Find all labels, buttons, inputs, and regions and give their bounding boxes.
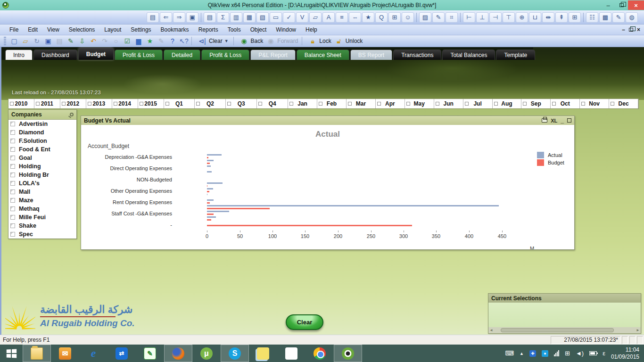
chart-bars[interactable] bbox=[207, 222, 518, 228]
budget-bar[interactable] bbox=[207, 185, 207, 187]
add-sheet-icon[interactable]: ▤ bbox=[147, 12, 159, 23]
companies-listbox-header[interactable]: Companies bbox=[8, 110, 76, 120]
selection-flag-icon[interactable] bbox=[10, 223, 15, 228]
current-selections-icon[interactable]: ☑ bbox=[122, 36, 132, 46]
unlock-icon[interactable]: 🔓︎ bbox=[334, 36, 344, 46]
chart-bars[interactable] bbox=[207, 205, 518, 211]
menu-file[interactable]: File bbox=[5, 25, 23, 34]
selection-flag-icon[interactable] bbox=[10, 147, 15, 152]
filter-quarter-q3[interactable]: Q3 bbox=[226, 99, 257, 108]
checkbox-mar[interactable] bbox=[348, 102, 352, 106]
touch-keyboard-icon[interactable]: ⌨ bbox=[505, 350, 514, 357]
filter-month-dec[interactable]: Dec bbox=[609, 99, 638, 108]
webview-icon[interactable]: ◍ bbox=[626, 12, 638, 23]
filter-month-jan[interactable]: Jan bbox=[288, 99, 317, 108]
chart-bars[interactable] bbox=[207, 211, 518, 216]
taskbar-app-grid[interactable] bbox=[277, 345, 305, 362]
filter-month-sep[interactable]: Sep bbox=[521, 99, 551, 108]
company-item-shake[interactable]: Shake bbox=[8, 222, 76, 230]
filter-quarter-q1[interactable]: Q1 bbox=[164, 99, 195, 108]
taskbar-firefox[interactable] bbox=[164, 345, 192, 362]
menu-settings[interactable]: Settings bbox=[126, 25, 156, 34]
company-item-advertisin[interactable]: Advertisin bbox=[8, 120, 76, 128]
statistics-box-icon[interactable]: Σ bbox=[217, 12, 229, 23]
checkbox-nov[interactable] bbox=[581, 102, 585, 106]
taskbar-teamviewer[interactable]: ⇄ bbox=[107, 345, 136, 362]
filter-year-2014[interactable]: 2014 bbox=[112, 99, 138, 108]
filter-year-2013[interactable]: 2013 bbox=[86, 99, 112, 108]
filter-month-mar[interactable]: Mar bbox=[347, 99, 376, 108]
search-icon[interactable]: ○ bbox=[111, 36, 121, 46]
menu-view[interactable]: View bbox=[42, 25, 64, 34]
budget-bar[interactable] bbox=[207, 214, 214, 215]
company-item-lola-s[interactable]: LOLA's bbox=[8, 179, 76, 188]
taskbar-outlook[interactable]: ✉ bbox=[51, 345, 79, 362]
filter-year-2011[interactable]: 2011 bbox=[34, 99, 60, 108]
snap-grid-icon[interactable]: ⊞ bbox=[569, 12, 581, 23]
distribute-vertical-icon[interactable]: ⇞ bbox=[555, 12, 568, 23]
company-item-holding[interactable]: Holding bbox=[8, 162, 76, 171]
menu-help[interactable]: Help bbox=[301, 25, 322, 34]
multibox-icon[interactable]: ▥ bbox=[230, 12, 242, 23]
chart-caption-bar[interactable]: Budget Vs Actual XL _ bbox=[81, 116, 574, 125]
custom-object-icon[interactable]: ☺ bbox=[402, 12, 414, 23]
print-icon[interactable] bbox=[542, 118, 547, 123]
new-file-icon[interactable]: ▢ bbox=[9, 36, 19, 46]
line-arrow-icon[interactable]: ≡ bbox=[336, 12, 348, 23]
clear-button[interactable]: Clear bbox=[286, 314, 323, 330]
selection-flag-icon[interactable] bbox=[10, 156, 15, 160]
actual-bar[interactable] bbox=[207, 171, 212, 173]
checkbox-dec[interactable] bbox=[611, 102, 614, 106]
selection-flag-icon[interactable] bbox=[10, 232, 15, 237]
clear-icon[interactable]: ⊲| bbox=[197, 36, 207, 46]
filter-year-2012[interactable]: 2012 bbox=[60, 99, 86, 108]
messenger-tray-icon[interactable]: ● bbox=[542, 350, 548, 357]
button-object-icon[interactable]: ▱ bbox=[309, 12, 322, 23]
filter-month-nov[interactable]: Nov bbox=[580, 99, 609, 108]
lock-button[interactable]: Lock bbox=[319, 38, 331, 44]
battery-icon[interactable] bbox=[589, 351, 597, 355]
unlock-button[interactable]: Unlock bbox=[346, 38, 363, 44]
edit-module-icon[interactable]: ✎ bbox=[612, 12, 625, 23]
company-item-spec[interactable]: Spec bbox=[8, 230, 76, 239]
menu-bookmarks[interactable]: Bookmarks bbox=[156, 25, 194, 34]
filter-month-feb[interactable]: Feb bbox=[317, 99, 347, 108]
save-icon[interactable]: ▣ bbox=[43, 36, 53, 46]
back-icon[interactable]: ◉ bbox=[239, 36, 249, 46]
menu-layout[interactable]: Layout bbox=[99, 25, 126, 34]
notes-icon[interactable]: ✎ bbox=[156, 36, 166, 46]
table-box-icon[interactable]: ▦ bbox=[243, 12, 256, 23]
text-object-icon[interactable]: A bbox=[322, 12, 335, 23]
company-item-food-ent[interactable]: Food & Ent bbox=[8, 145, 76, 154]
context-help-icon[interactable]: ↖? bbox=[179, 36, 189, 46]
network-signal-icon[interactable] bbox=[554, 350, 559, 356]
tab-profit-loss[interactable]: Profit & Loss bbox=[201, 49, 249, 60]
menu-tools[interactable]: Tools bbox=[223, 25, 246, 34]
table-viewer-icon[interactable]: ⇩ bbox=[77, 36, 87, 46]
selection-flag-icon[interactable] bbox=[10, 189, 15, 194]
menu-selections[interactable]: Selections bbox=[64, 25, 99, 34]
checkbox-oct[interactable] bbox=[552, 102, 556, 106]
actual-bar[interactable] bbox=[207, 165, 211, 167]
menu-edit[interactable]: Edit bbox=[23, 25, 42, 34]
mdi-minimize-button[interactable]: – bbox=[622, 26, 625, 33]
taskbar-chrome[interactable] bbox=[305, 345, 334, 362]
chart-bars[interactable] bbox=[207, 160, 518, 165]
volume-icon[interactable]: ◄) bbox=[576, 350, 584, 357]
company-item-maze[interactable]: Maze bbox=[8, 196, 76, 205]
close-window-button[interactable]: × bbox=[628, 0, 644, 10]
taskbar-utorrent[interactable]: µ bbox=[192, 345, 221, 362]
bookmark-icon[interactable]: ★ bbox=[145, 36, 155, 46]
chart-bars[interactable] bbox=[207, 188, 518, 194]
actual-bar[interactable] bbox=[207, 194, 207, 195]
search-object-icon[interactable]: Q bbox=[375, 12, 388, 23]
actual-bar[interactable] bbox=[207, 188, 213, 189]
filter-month-may[interactable]: May bbox=[405, 99, 434, 108]
undo-icon[interactable]: ↶ bbox=[88, 36, 99, 46]
actual-bar[interactable] bbox=[207, 205, 499, 206]
windows-update-icon[interactable]: ⊞ bbox=[565, 350, 570, 357]
tab-dashboard[interactable]: Dashboard bbox=[33, 49, 77, 60]
align-left-icon[interactable]: ⊢ bbox=[463, 12, 475, 23]
minimize-window-button[interactable]: – bbox=[602, 1, 615, 9]
actual-bar[interactable] bbox=[207, 211, 229, 212]
